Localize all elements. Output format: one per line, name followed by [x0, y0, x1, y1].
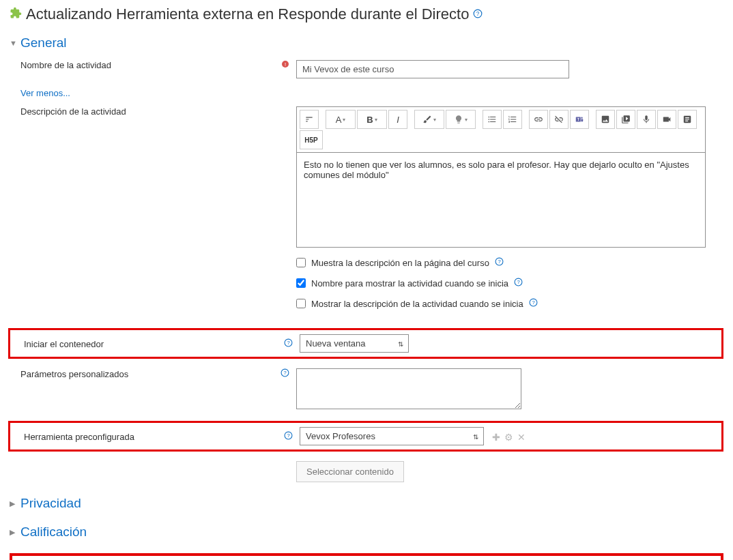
section-grade: ▶ Calificación — [10, 525, 723, 540]
section-general: ▼ General Nombre de la actividad ! Ver m… — [10, 35, 723, 482]
rte-bullet-list[interactable] — [483, 110, 502, 129]
preconf-tool-select[interactable]: Vevox Profesores — [300, 427, 484, 445]
svg-text:?: ? — [287, 432, 289, 439]
show-less-link[interactable]: Ver menos... — [10, 88, 70, 98]
rte-h5p[interactable]: H5P — [300, 130, 323, 149]
help-icon[interactable]: ? — [495, 257, 504, 268]
checkbox-show-desc-launch[interactable]: Mostrar la descripción de la actividad c… — [296, 298, 723, 309]
rte-font-family[interactable]: A▾ — [326, 110, 356, 129]
help-icon[interactable]: ? — [529, 298, 538, 309]
row-activity-desc: Descripción de la actividad A▾ B▾ I ▾ ▾ — [10, 106, 723, 248]
rte-brush[interactable]: ▾ — [414, 110, 444, 129]
checkbox-input[interactable] — [296, 258, 306, 267]
page-title: Actualizando Herramienta externa en Resp… — [10, 5, 723, 23]
section-title-privacy: Privacidad — [20, 496, 81, 511]
checkbox-label: Nombre para mostrar la actividad cuando … — [311, 278, 508, 289]
rte-file[interactable] — [678, 110, 697, 129]
rte-toolbar: A▾ B▾ I ▾ ▾ T — [296, 106, 706, 152]
rte-lightbulb[interactable]: ▾ — [446, 110, 476, 129]
chevron-down-icon: ▼ — [10, 39, 16, 47]
svg-text:?: ? — [283, 370, 286, 376]
label-activity-name: Nombre de la actividad — [20, 60, 281, 70]
checkbox-show-name-launch[interactable]: Nombre para mostrar la actividad cuando … — [296, 278, 723, 289]
gear-icon[interactable]: ⚙ — [504, 432, 513, 443]
rte-italic[interactable]: I — [388, 110, 407, 129]
rte-link[interactable] — [529, 110, 548, 129]
activity-name-input[interactable] — [296, 60, 569, 78]
section-privacy: ▶ Privacidad — [10, 496, 723, 511]
section-title-general: General — [20, 35, 67, 50]
label-activity-desc: Descripción de la actividad — [20, 106, 289, 117]
help-icon[interactable]: ? — [284, 431, 293, 442]
custom-params-textarea[interactable] — [296, 368, 521, 409]
select-content-button[interactable]: Seleccionar contenido — [296, 461, 404, 482]
svg-text:?: ? — [498, 259, 500, 265]
rte-toggle-icon[interactable] — [300, 110, 319, 129]
svg-text:?: ? — [517, 279, 519, 285]
rte-teams-icon[interactable]: T — [570, 110, 589, 129]
section-title-grade: Calificación — [20, 525, 87, 540]
add-icon[interactable]: ✚ — [492, 432, 500, 443]
tool-actions: ✚ ⚙ ✕ — [492, 432, 526, 443]
section-header-privacy[interactable]: ▶ Privacidad — [10, 496, 723, 511]
svg-text:?: ? — [476, 10, 480, 16]
help-icon[interactable]: ? — [281, 368, 289, 379]
rte-unlink[interactable] — [549, 110, 569, 129]
puzzle-icon — [10, 7, 22, 23]
checkbox-label: Muestra la descripción en la página del … — [311, 258, 489, 268]
close-icon[interactable]: ✕ — [517, 432, 526, 443]
rte-mic[interactable] — [637, 110, 656, 129]
checkbox-input[interactable] — [296, 299, 306, 308]
launch-container-select[interactable]: Nueva ventana — [300, 334, 409, 353]
rte-media[interactable] — [616, 110, 635, 129]
description-editor[interactable]: Esto no lo tienen que ver los alumnos, e… — [296, 152, 706, 248]
rte-bold[interactable]: B▾ — [357, 110, 387, 129]
help-icon[interactable]: ? — [284, 338, 293, 349]
highlight-common-settings: ▼ Ajustes comunes del módulo Disponibili… — [10, 553, 723, 560]
label-custom-params: Parámetros personalizados — [20, 369, 281, 379]
section-header-general[interactable]: ▼ General — [10, 35, 723, 50]
rte-video[interactable] — [657, 110, 676, 129]
svg-text:?: ? — [287, 340, 289, 346]
rich-text-editor: A▾ B▾ I ▾ ▾ T — [296, 106, 706, 248]
label-launch-container: Iniciar el contenedor — [24, 339, 284, 349]
rte-image[interactable] — [596, 110, 615, 129]
chevron-right-icon: ▶ — [10, 499, 16, 508]
label-preconf-tool: Herramienta preconfigurada — [24, 432, 284, 442]
row-activity-name: Nombre de la actividad ! — [10, 60, 723, 78]
checkbox-label: Mostrar la descripción de la actividad c… — [311, 299, 523, 309]
svg-point-6 — [581, 117, 582, 119]
required-icon: ! — [281, 60, 289, 70]
help-icon[interactable]: ? — [514, 278, 523, 289]
chevron-right-icon: ▶ — [10, 528, 16, 537]
page-title-text: Actualizando Herramienta externa en Resp… — [26, 5, 469, 23]
checkbox-show-desc-course[interactable]: Muestra la descripción en la página del … — [296, 257, 723, 268]
rte-number-list[interactable] — [503, 110, 522, 129]
svg-text:?: ? — [532, 299, 534, 306]
help-icon[interactable]: ? — [473, 9, 483, 20]
section-header-grade[interactable]: ▶ Calificación — [10, 525, 723, 540]
checkbox-input[interactable] — [296, 278, 306, 288]
highlight-launch-container: Iniciar el contenedor ? Nueva ventana — [8, 328, 723, 359]
highlight-preconf-tool: Herramienta preconfigurada ? Vevox Profe… — [8, 421, 723, 452]
svg-text:!: ! — [285, 61, 286, 68]
